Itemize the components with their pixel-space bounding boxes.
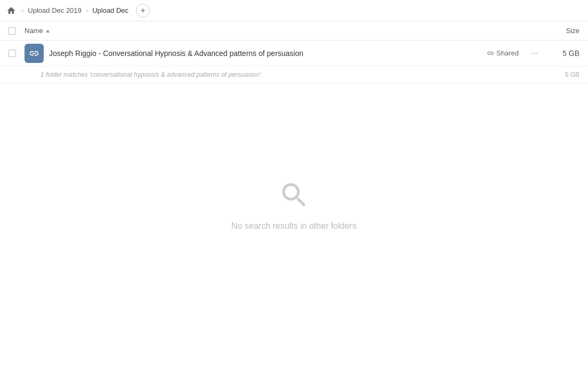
match-info-row: 1 folder matches 'conversational hypnosi… bbox=[0, 66, 588, 83]
name-column-header[interactable]: Name ▲ bbox=[25, 27, 537, 35]
breadcrumb-chevron-2: › bbox=[86, 6, 88, 14]
shared-label: Shared bbox=[496, 49, 519, 57]
match-size: 5 GB bbox=[547, 71, 579, 78]
file-name: Joseph Riggio - Conversational Hypnosis … bbox=[49, 49, 487, 58]
file-row[interactable]: Joseph Riggio - Conversational Hypnosis … bbox=[0, 41, 588, 66]
empty-state-message: No search results in other folders bbox=[231, 221, 357, 231]
empty-state: No search results in other folders bbox=[0, 179, 588, 231]
home-button[interactable] bbox=[6, 6, 16, 15]
sort-arrow-icon: ▲ bbox=[45, 28, 51, 34]
row-checkbox[interactable] bbox=[9, 50, 16, 57]
link-icon bbox=[487, 50, 494, 57]
breadcrumb-item-upload-dec-2019[interactable]: Upload Dec 2019 bbox=[26, 5, 83, 15]
file-size: 5 GB bbox=[547, 49, 579, 58]
file-checkbox[interactable] bbox=[9, 50, 25, 57]
add-button[interactable]: + bbox=[136, 4, 150, 18]
breadcrumb-bar: › Upload Dec 2019 › Upload Dec + bbox=[0, 0, 588, 21]
folder-icon-wrap bbox=[25, 44, 44, 63]
no-results-search-icon bbox=[278, 179, 310, 213]
checkbox-header[interactable] bbox=[9, 27, 25, 35]
link-folder-icon bbox=[29, 48, 39, 59]
match-info-text: 1 folder matches 'conversational hypnosi… bbox=[41, 71, 547, 78]
breadcrumb-item-upload-dec[interactable]: Upload Dec bbox=[90, 5, 131, 15]
select-all-checkbox[interactable] bbox=[9, 27, 16, 35]
column-header: Name ▲ Size bbox=[0, 21, 588, 41]
shared-badge: Shared bbox=[487, 49, 519, 57]
breadcrumb-chevron-1: › bbox=[21, 6, 23, 14]
size-column-header: Size bbox=[537, 27, 579, 35]
more-options-button[interactable]: ··· bbox=[527, 46, 542, 61]
